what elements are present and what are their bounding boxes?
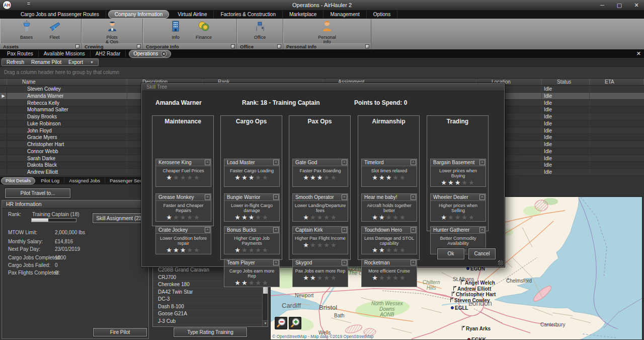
ribbon-button-fleet[interactable]: Fleet: [42, 20, 68, 43]
ribbon-button-pilots-ops[interactable]: Pilots & Ops: [99, 20, 125, 43]
column-header-eta[interactable]: ETA: [590, 79, 644, 85]
skill-description: Faster Cargo Loading: [224, 168, 279, 173]
scrollbar-down-icon[interactable]: ▼: [263, 320, 268, 326]
tab-pax-routes[interactable]: Pax Routes: [2, 50, 39, 57]
skill-card-load-master: Load Master^Faster Cargo Loading★★★★★: [224, 159, 280, 187]
skill-upgrade-button[interactable]: ^: [411, 160, 416, 165]
building-icon: [163, 20, 189, 35]
toolbar-chip: RefreshRename PilotExport▼: [2, 58, 99, 66]
group-dialog-launcher-icon[interactable]: [277, 44, 281, 48]
ribbon-tab-virtual-airline[interactable]: Virtual Airline: [171, 11, 214, 18]
skill-assignment-button[interactable]: Skill Assignment (23): [93, 213, 147, 223]
skill-card-header: Timelord^: [362, 159, 417, 166]
ribbon-tab-factories-construction[interactable]: Factories & Construction: [214, 11, 283, 18]
group-dialog-launcher-icon[interactable]: [137, 44, 141, 48]
field-value: £14,816: [55, 239, 73, 244]
rank-label: Rank:: [8, 212, 21, 217]
tab-ah2-radar[interactable]: AH2 Radar: [91, 50, 126, 57]
star-empty-icon: ★: [187, 246, 194, 254]
quick-access-icon[interactable]: =: [27, 1, 30, 7]
fire-pilot-button[interactable]: Fire Pilot: [93, 328, 147, 336]
skill-name: Kerosene King: [156, 159, 211, 166]
skill-star-rating: ★★★★★: [293, 214, 348, 221]
group-dialog-launcher-icon[interactable]: [75, 44, 79, 48]
maximize-button[interactable]: ▢: [615, 2, 624, 9]
skill-upgrade-button[interactable]: ^: [273, 194, 279, 200]
aircraft-list-item[interactable]: J-3 Cub: [153, 318, 268, 325]
map-zoom-out-button[interactable]: [275, 317, 287, 329]
ribbon-tab-cargo-jobs-and-passenger-routes[interactable]: Cargo Jobs and Passenger Routes: [14, 11, 106, 18]
skill-upgrade-button[interactable]: ^: [342, 260, 347, 265]
export-button[interactable]: Export: [68, 59, 83, 65]
ribbon-button-info[interactable]: Info: [163, 20, 189, 43]
skill-upgrade-button[interactable]: ^: [205, 194, 210, 200]
skill-upgrade-button[interactable]: ^: [205, 160, 210, 165]
skill-upgrade-button[interactable]: ^: [205, 227, 210, 233]
pilot-detail-tab-strip: Pilot DetailsPilot LogAssigned JobsPasse…: [0, 177, 141, 184]
ribbon-tab-management[interactable]: Management: [324, 11, 366, 18]
skill-upgrade-button[interactable]: ^: [479, 227, 485, 233]
group-dialog-launcher-icon[interactable]: [365, 44, 369, 48]
row-selector: [0, 148, 7, 155]
ribbon-tab-options[interactable]: Options: [367, 11, 397, 18]
skill-upgrade-button[interactable]: ^: [342, 227, 347, 233]
ribbon-button-finance[interactable]: Finance: [191, 20, 217, 43]
map-pilot-marker[interactable]: Andrew Elliott: [453, 286, 491, 292]
skill-card-skygod: Skygod^Pax Jobs earn more Rep★★★★★: [292, 259, 348, 287]
tab-assigned-jobs[interactable]: Assigned Jobs: [64, 178, 105, 183]
cancel-button[interactable]: Cancel: [468, 248, 496, 259]
column-header-status[interactable]: Status: [542, 79, 590, 85]
map-pilot-marker[interactable]: Steven Cowley: [450, 298, 490, 303]
aircraft-list-item[interactable]: Dash 8-100: [153, 303, 268, 311]
tab-pilot-log[interactable]: Pilot Log: [36, 178, 64, 183]
star-empty-icon: ★: [173, 174, 180, 181]
map-label-north-wessex-downs-aonb: North Wessex Downs AONB: [371, 301, 403, 317]
tab-available-missions[interactable]: Available Missions: [39, 50, 91, 57]
map-label-bath: Bath: [334, 313, 345, 318]
map-pilot-marker[interactable]: Ryan Arks: [462, 326, 491, 331]
tab-operations-active[interactable]: Operations×: [129, 50, 171, 58]
ribbon-tab-marketplace[interactable]: Marketplace: [283, 11, 324, 18]
ribbon-button-personal-info[interactable]: Personal Info: [314, 20, 340, 43]
skill-upgrade-button[interactable]: ^: [342, 160, 347, 165]
export-caret-icon[interactable]: ▼: [90, 60, 94, 64]
minimize-button[interactable]: ─: [598, 2, 607, 8]
group-dialog-launcher-icon[interactable]: [231, 44, 235, 48]
skill-upgrade-button[interactable]: ^: [411, 260, 416, 265]
aircraft-list-item[interactable]: Goose G21A: [153, 310, 268, 318]
tab-close-icon[interactable]: ×: [161, 51, 167, 57]
skill-card-bonus-bucks: Bonus Bucks^Higher Cargo Job Payments★★★…: [224, 226, 280, 254]
ok-button[interactable]: Ok: [437, 248, 464, 259]
tab-pilot-details[interactable]: Pilot Details: [1, 177, 35, 184]
skill-upgrade-button[interactable]: ^: [479, 160, 485, 165]
aircraft-list-item[interactable]: DA42 Twin Star: [153, 289, 268, 296]
dialog-resize-grip[interactable]: [498, 260, 503, 265]
skill-upgrade-button[interactable]: ^: [273, 160, 279, 165]
skill-upgrade-button[interactable]: ^: [411, 227, 416, 233]
type-rating-training-button[interactable]: Type Rating Training: [174, 327, 247, 337]
skill-card-team-player: Team Player^Cargo Jobs earn more Rep★★★★…: [224, 259, 280, 287]
pilot-travel-button[interactable]: Pilot Travel to...: [5, 188, 70, 198]
skill-upgrade-button[interactable]: ^: [273, 260, 279, 265]
ribbon-button-office[interactable]: Office: [247, 20, 273, 43]
map-label-newport: Newport: [295, 293, 313, 298]
aircraft-list-item[interactable]: DC-3: [153, 296, 268, 303]
skill-upgrade-button[interactable]: ^: [342, 194, 347, 200]
map-label-chelmsford: Chelmsford: [506, 278, 532, 284]
skill-upgrade-button[interactable]: ^: [273, 227, 279, 233]
window-title: Operations - AirHauler 2: [0, 2, 644, 8]
column-header-name[interactable]: Name: [7, 79, 127, 85]
tab-passenger-sectors[interactable]: Passenger Sectors: [105, 178, 141, 183]
airport-dot-egll: [451, 306, 454, 309]
ribbon-tab-company-information[interactable]: Company Information: [108, 10, 170, 19]
skill-upgrade-button[interactable]: ^: [479, 194, 485, 200]
map-pilot-marker[interactable]: Christopher Hart: [452, 292, 496, 297]
map-pilot-marker[interactable]: Angel Welch: [461, 280, 495, 286]
map-zoom-in-button[interactable]: [289, 317, 301, 329]
tab-strip-close-icon[interactable]: ✕: [636, 50, 641, 57]
skill-upgrade-button[interactable]: ^: [411, 194, 416, 200]
ribbon-button-bases[interactable]: Bases: [14, 20, 40, 43]
close-button[interactable]: ✕: [632, 2, 641, 9]
refresh-button[interactable]: Refresh: [7, 59, 24, 65]
rename-pilot-button[interactable]: Rename Pilot: [31, 59, 61, 65]
